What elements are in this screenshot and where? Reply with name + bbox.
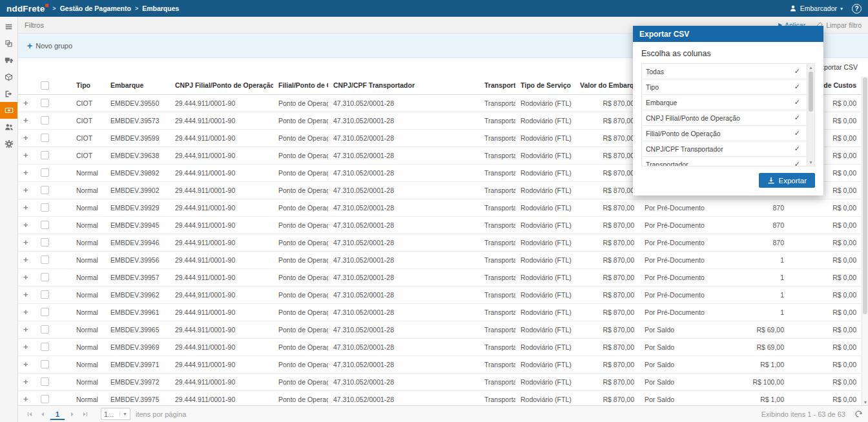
last-page-button[interactable]: [79, 408, 92, 421]
row-checkbox[interactable]: [41, 168, 49, 177]
new-group-button[interactable]: + Novo grupo: [27, 41, 72, 50]
expand-row-button[interactable]: +: [23, 290, 28, 299]
app-logo[interactable]: nddFrete: [0, 4, 52, 14]
column-option[interactable]: Embarque✓: [642, 95, 814, 110]
row-checkbox[interactable]: [41, 238, 49, 246]
column-header-cnpj-transportador[interactable]: CNPJ/CPF Transportador: [328, 76, 479, 94]
column-option[interactable]: CNPJ Filial/Ponto de Operação✓: [642, 110, 814, 126]
expand-row-button[interactable]: +: [23, 307, 28, 317]
scroll-down-icon[interactable]: ▼: [862, 400, 868, 405]
sidebar-item-cadastros[interactable]: [0, 35, 17, 52]
page-size-select[interactable]: 1... ▼: [101, 408, 130, 420]
column-option[interactable]: Todas✓: [642, 64, 814, 79]
row-checkbox[interactable]: [41, 221, 49, 229]
cell-cnpj-filial: 29.444.911/0001-90: [170, 216, 273, 234]
cell-cnpj-filial: 29.444.911/0001-90: [170, 338, 273, 356]
row-checkbox[interactable]: [41, 134, 49, 142]
column-option[interactable]: Transportador✓: [642, 157, 814, 166]
scroll-down-icon[interactable]: ▼: [807, 160, 814, 165]
cell-cnpj-transp: 47.310.052/0001-28: [328, 94, 479, 112]
row-checkbox[interactable]: [41, 343, 49, 351]
first-page-button[interactable]: [23, 408, 36, 421]
expand-row-button[interactable]: +: [23, 203, 28, 212]
column-option[interactable]: Tipo✓: [642, 79, 814, 95]
row-checkbox[interactable]: [41, 308, 49, 316]
help-button[interactable]: ?: [852, 4, 862, 14]
column-header-tipo[interactable]: Tipo: [71, 76, 105, 94]
column-header-cnpj-filial[interactable]: CNPJ Filial/Ponto de Operação: [170, 76, 273, 94]
scrollbar-thumb[interactable]: [863, 77, 867, 314]
cell-transportador: Transportador: [479, 112, 515, 129]
row-checkbox[interactable]: [41, 290, 49, 299]
modal-header[interactable]: Exportar CSV: [633, 26, 823, 42]
next-page-button[interactable]: [66, 408, 79, 421]
row-checkbox[interactable]: [41, 116, 49, 125]
column-option[interactable]: CNPJ/CPF Transportador✓: [642, 141, 814, 157]
column-header-valor-embarque[interactable]: Valor do Embarque: [575, 76, 639, 94]
table-row: +NormalEMBDEV.3992929.444.911/0001-90Pon…: [18, 199, 862, 216]
expand-row-button[interactable]: +: [23, 220, 28, 230]
row-checkbox[interactable]: [41, 203, 49, 212]
breadcrumb-embarques[interactable]: Embarques: [142, 5, 179, 12]
list-scrollbar-thumb[interactable]: [809, 72, 813, 112]
expand-row-button[interactable]: +: [23, 98, 28, 108]
column-header-filial[interactable]: Filial/Ponto de Operação: [273, 76, 328, 94]
row-checkbox[interactable]: [41, 151, 49, 159]
last-page-icon: [82, 411, 88, 417]
expand-row-button[interactable]: +: [23, 168, 28, 177]
refresh-button[interactable]: [854, 410, 863, 418]
sidebar-menu-toggle[interactable]: [0, 18, 17, 35]
expand-row-button[interactable]: +: [23, 185, 28, 195]
column-header-transportador[interactable]: Transportador: [479, 76, 515, 94]
row-checkbox[interactable]: [41, 377, 49, 386]
user-menu[interactable]: Embarcador ▾: [783, 0, 849, 17]
expand-row-button[interactable]: +: [23, 255, 28, 265]
expand-row-button[interactable]: +: [23, 116, 28, 125]
cell-embarque: EMBDEV.39638: [105, 146, 170, 164]
expand-row-button[interactable]: +: [23, 377, 28, 387]
cell-embarque: EMBDEV.39573: [105, 112, 170, 129]
cell-transportador: Transportador: [479, 181, 515, 199]
column-option[interactable]: Filial/Ponto de Operação✓: [642, 126, 814, 141]
expand-row-button[interactable]: +: [23, 133, 28, 143]
sidebar-item-usuarios[interactable]: [0, 119, 17, 136]
column-header-tipo-servico[interactable]: Tipo de Serviço: [515, 76, 575, 94]
expand-row-button[interactable]: +: [23, 359, 28, 369]
table-scrollbar[interactable]: ▼: [862, 76, 868, 405]
column-header-embarque[interactable]: Embarque: [105, 76, 170, 94]
expand-row-button[interactable]: +: [23, 325, 28, 334]
select-all-checkbox[interactable]: [41, 81, 49, 90]
column-option-label: CNPJ/CPF Transportador: [646, 145, 723, 153]
sidebar-item-configuracoes[interactable]: [0, 136, 17, 152]
cell-cnpj-transp: 47.310.052/0001-28: [328, 390, 479, 405]
cell-filial: Ponto de Operação: [273, 129, 328, 146]
prev-page-button[interactable]: [36, 408, 49, 421]
row-checkbox[interactable]: [41, 256, 49, 264]
cell-embarque: EMBDEV.39972: [105, 373, 170, 390]
list-scrollbar[interactable]: ▲ ▼: [807, 64, 814, 166]
sidebar-item-embarques[interactable]: [0, 68, 17, 85]
expand-row-button[interactable]: +: [23, 237, 28, 247]
scroll-up-icon[interactable]: ▲: [807, 65, 814, 70]
cell-parcela: 870: [712, 216, 789, 234]
expand-row-button[interactable]: +: [23, 394, 28, 404]
row-checkbox[interactable]: [41, 360, 49, 368]
expand-row-button[interactable]: +: [23, 150, 28, 160]
row-checkbox[interactable]: [41, 273, 49, 281]
row-checkbox[interactable]: [41, 99, 49, 107]
expand-row-button[interactable]: +: [23, 272, 28, 282]
row-checkbox[interactable]: [41, 186, 49, 194]
cell-cnpj-transp: 47.310.052/0001-28: [328, 216, 479, 234]
row-checkbox[interactable]: [41, 325, 49, 334]
sidebar-item-gestao-pagamento[interactable]: [0, 102, 17, 119]
sidebar-item-saida[interactable]: [0, 85, 17, 102]
row-checkbox[interactable]: [41, 395, 49, 403]
expand-row-button[interactable]: +: [23, 342, 28, 352]
cell-cnpj-transp: 47.310.052/0001-28: [328, 286, 479, 303]
cell-tipo-servico: Rodoviário (FTL): [515, 112, 575, 129]
export-button[interactable]: Exportar: [759, 173, 815, 188]
prev-page-icon: [39, 411, 46, 417]
current-page[interactable]: 1: [50, 408, 65, 420]
breadcrumb-gestao-pagamento[interactable]: Gestão de Pagamento: [60, 5, 131, 12]
sidebar-item-transporte[interactable]: [0, 52, 17, 68]
